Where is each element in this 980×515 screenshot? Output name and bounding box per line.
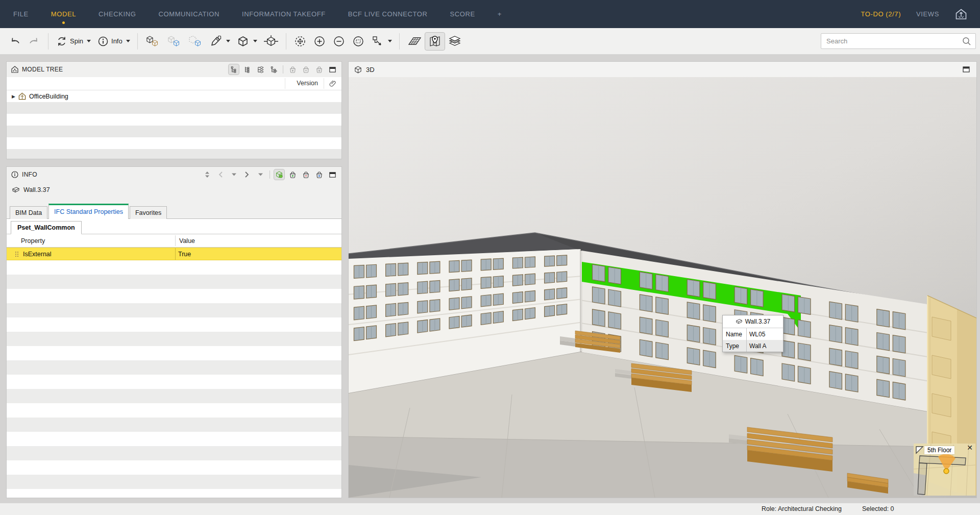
tree-view-containment-button[interactable] — [268, 64, 279, 75]
basket-remove-button[interactable] — [301, 169, 311, 180]
property-table-empty-rows — [7, 260, 341, 498]
home-model-icon[interactable] — [954, 8, 968, 21]
status-role: Role: Architectural Checking — [762, 505, 842, 512]
menu-checking[interactable]: CHECKING — [99, 10, 136, 18]
tooltip-type-label: Type — [723, 342, 746, 350]
status-bar: Role: Architectural Checking Selected: 0 — [0, 503, 980, 515]
minimap-resize-icon[interactable] — [915, 445, 925, 455]
element-tooltip: Wall.3.37 Name WL05 Type Wall A — [722, 315, 783, 352]
views-menu[interactable]: VIEWS — [916, 10, 939, 18]
value-column-label[interactable]: Value — [179, 237, 195, 244]
next-button[interactable] — [242, 169, 252, 180]
info-panel-title: INFO — [22, 171, 37, 178]
view-preset-caret[interactable] — [253, 40, 257, 42]
minimap-floor-label: 5th Floor — [924, 446, 954, 454]
search-input[interactable] — [821, 37, 962, 45]
workspace: MODEL TREE Version ▶ Of — [0, 55, 980, 503]
info-panel: INFO Wall.3.37 BIM Data IFC Standard — [6, 166, 342, 498]
layers-tool[interactable] — [445, 33, 465, 50]
zoom-window-tool[interactable] — [349, 33, 368, 50]
tab-favorites[interactable]: Favorites — [130, 206, 167, 219]
model-tree-window-button[interactable] — [327, 64, 337, 75]
zoom-out-tool[interactable] — [329, 33, 349, 50]
drag-handle-icon[interactable] — [15, 251, 19, 257]
search-box — [821, 33, 976, 49]
tree-item-officebuilding[interactable]: ▶ OfficeBuilding — [7, 90, 341, 102]
tooltip-type-value: Wall A — [746, 340, 783, 352]
menu-file[interactable]: FILE — [13, 10, 29, 18]
info-window-button[interactable] — [327, 169, 337, 180]
section-box-tool[interactable] — [260, 33, 282, 50]
tab-bim-data[interactable]: BIM Data — [10, 206, 47, 219]
tree-view-flat-button[interactable] — [242, 64, 252, 75]
pset-tab-row: Pset_WallCommon — [7, 219, 341, 234]
link-icon[interactable] — [328, 79, 336, 87]
3d-scene[interactable] — [349, 77, 976, 498]
info-panel-header: INFO — [7, 167, 341, 182]
menu-bcf-live-connector[interactable]: BCF LIVE CONNECTOR — [348, 10, 428, 18]
zoom-in-tool[interactable] — [310, 33, 329, 50]
menu-information-takeoff[interactable]: INFORMATION TAKEOFF — [242, 10, 326, 18]
pick-tool-caret[interactable] — [388, 40, 392, 42]
todo-counter[interactable]: TO-DO (2/7) — [861, 10, 901, 18]
tab-pset-wallcommon[interactable]: Pset_WallCommon — [11, 221, 82, 234]
prev-button[interactable] — [215, 169, 226, 180]
spin-dropdown-caret[interactable] — [87, 40, 91, 42]
floor-minimap[interactable]: 5th Floor ✕ — [914, 444, 975, 496]
wall-icon — [736, 318, 743, 325]
next-dropdown-button[interactable] — [255, 169, 265, 180]
expand-arrow-icon[interactable]: ▶ — [12, 94, 15, 99]
model-tree-title: MODEL TREE — [22, 66, 63, 73]
basket-remove-button-disabled[interactable] — [301, 64, 311, 75]
top-menubar: FILE MODEL CHECKING COMMUNICATION INFORM… — [0, 0, 980, 28]
floor-plane-tool[interactable] — [404, 33, 425, 50]
color-elements-tool[interactable] — [206, 33, 233, 50]
3d-view-header: 3D — [349, 62, 976, 77]
sort-button[interactable] — [202, 169, 212, 180]
table-row-isexternal[interactable]: IsExternal True — [7, 248, 341, 260]
spin-tool-button[interactable]: Spin — [53, 33, 94, 50]
menu-add-tab[interactable]: + — [498, 10, 502, 18]
property-value: True — [178, 251, 191, 258]
tab-ifc-standard-properties[interactable]: IFC Standard Properties — [48, 204, 129, 219]
menu-model[interactable]: MODEL — [51, 10, 76, 18]
3d-view-panel: 3D — [348, 61, 977, 498]
menu-communication[interactable]: COMMUNICATION — [159, 10, 220, 18]
pick-tool[interactable] — [368, 33, 395, 50]
wall-icon — [12, 186, 20, 194]
prev-dropdown-button[interactable] — [229, 169, 239, 180]
hide-others-tool[interactable] — [185, 33, 206, 50]
redo-button[interactable] — [24, 33, 44, 50]
camera-position-dot[interactable] — [944, 469, 949, 474]
basket-set-button-disabled[interactable] — [314, 64, 324, 75]
3d-window-button[interactable] — [961, 64, 971, 75]
search-icon[interactable] — [962, 37, 971, 46]
basket-add-button-disabled[interactable] — [287, 64, 298, 75]
color-dropdown-caret[interactable] — [226, 40, 230, 42]
transparent-others-tool[interactable] — [163, 33, 185, 50]
show-all-tool[interactable] — [142, 33, 163, 50]
3d-viewport[interactable]: Wall.3.37 Name WL05 Type Wall A — [349, 77, 976, 498]
tree-view-hierarchy-button[interactable] — [229, 64, 239, 75]
property-table-header: Property Value — [7, 234, 341, 248]
view-preset-tool[interactable] — [233, 33, 260, 50]
minimap-tool[interactable] — [425, 33, 445, 50]
3d-cube-icon — [354, 65, 362, 74]
info-icon — [97, 35, 109, 47]
info-dropdown-caret[interactable] — [126, 40, 130, 42]
highlight-in-3d-button[interactable] — [274, 169, 284, 180]
minimap-close-icon[interactable]: ✕ — [967, 444, 973, 452]
tree-view-layers-button[interactable] — [255, 64, 265, 75]
zoom-fit-tool[interactable] — [290, 33, 310, 50]
info-tabs: BIM Data IFC Standard Properties Favorit… — [7, 204, 341, 219]
basket-add-button[interactable] — [287, 169, 298, 180]
tree-item-label: OfficeBuilding — [29, 93, 68, 100]
info-label: Info — [111, 37, 122, 45]
tooltip-name-value: WL05 — [746, 328, 783, 340]
basket-set-button[interactable] — [314, 169, 324, 180]
property-column-label[interactable]: Property — [21, 237, 45, 244]
info-tool-button[interactable]: Info — [94, 33, 133, 50]
undo-button[interactable] — [5, 33, 24, 50]
menu-score[interactable]: SCORE — [450, 10, 475, 18]
version-column-label[interactable]: Version — [297, 80, 318, 87]
